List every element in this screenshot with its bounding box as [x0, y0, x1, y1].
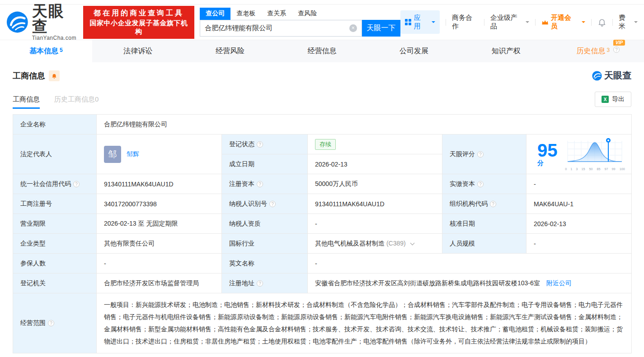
username: 费米	[619, 14, 631, 31]
legal-rep-cell: 邹 邹辉	[97, 134, 222, 174]
reg-authority-label: 登记机关	[13, 274, 97, 293]
industry-dropdown[interactable]: 其他电气机械及器材制造 (C389)	[315, 240, 414, 247]
help-icon[interactable]: ?	[73, 181, 80, 187]
table-row: 工商注册号 340172000773398 纳税人识别号? 91340111MA…	[13, 194, 632, 214]
taxpayer-quality-label: 纳税人资质	[222, 214, 308, 234]
open-vip-button[interactable]: 开通会员	[541, 14, 585, 31]
industry-value-cell: 其他电气机械及器材制造 (C389)	[308, 234, 442, 254]
tianyancha-logo-icon	[6, 11, 28, 33]
company-detail-tabs: 基本信息 5 法律诉讼 经营风险 经营信息 公司发展 知识产权 历史信息 3 ?…	[0, 40, 644, 62]
tab-history-info[interactable]: 历史信息 3 ? VIP	[552, 40, 644, 62]
industry-label: 国标行业	[222, 234, 308, 254]
apps-grid-icon	[405, 19, 411, 25]
score-value: 95分	[537, 141, 558, 167]
reg-no-label: 工商注册号	[13, 194, 97, 214]
search-input[interactable]	[205, 24, 349, 32]
table-row: 统一社会信用代码? 91340111MAK64UAU1D 注册资本? 50000…	[13, 174, 632, 194]
search-tab-relation[interactable]: 查关系	[261, 8, 292, 20]
paid-capital-label-cell: 实缴资本?	[442, 174, 526, 194]
taxpayer-quality-value: -	[308, 214, 442, 234]
help-icon[interactable]: ?	[48, 320, 54, 326]
site-header: 天眼查 TianYanCha.com 都在用的商业查询工具 国家中小企业发展子基…	[0, 5, 644, 40]
clear-search-icon[interactable]: ×	[349, 24, 357, 32]
table-row: 经营范围? 一般项目：新兴能源技术研发；电池制造；电池销售；新材料技术研发；合成…	[13, 293, 632, 353]
help-icon[interactable]: ?	[257, 280, 263, 287]
status-badge: 存续	[315, 139, 336, 150]
help-icon[interactable]: ?	[490, 201, 496, 207]
tab-basic-info[interactable]: 基本信息 5	[0, 40, 92, 62]
top-navigation: 应用 商务合作 企业级产品 开通会员 费米	[400, 10, 638, 34]
help-icon[interactable]: ?	[257, 181, 263, 187]
business-scope-label-cell: 经营范围?	[13, 293, 97, 353]
page-top-divider	[0, 0, 644, 5]
tab-legal-proceedings[interactable]: 法律诉讼	[92, 40, 184, 62]
tab-business-info[interactable]: 经营信息	[276, 40, 368, 62]
tab-intellectual-property[interactable]: 知识产权	[460, 40, 552, 62]
search-tab-risk[interactable]: 查风险	[292, 8, 323, 20]
help-icon[interactable]: ?	[257, 141, 263, 148]
reg-status-label-cell: 登记状态 ?	[222, 134, 308, 154]
search-input-box: ×	[200, 20, 362, 37]
establish-date-label: 成立日期	[222, 154, 308, 174]
help-icon[interactable]: ?	[613, 46, 620, 53]
business-cooperation-link[interactable]: 商务合作	[452, 14, 478, 31]
apps-menu-button[interactable]: 应用	[400, 10, 440, 34]
table-row: 企业名称 合肥亿纬锂能有限公司	[13, 115, 632, 134]
legal-rep-link[interactable]: 邹辉	[127, 150, 139, 158]
legal-rep-avatar[interactable]: 邹	[104, 146, 121, 163]
company-name-value: 合肥亿纬锂能有限公司	[97, 115, 632, 134]
search-tab-company[interactable]: 查公司	[200, 8, 230, 20]
section-title: 工商信息	[13, 70, 45, 81]
section-header: 工商信息 天眼查	[13, 70, 631, 82]
address-value-cell: 安徽省合肥市经济技术开发区高刘街道硕放路新桥集成电路科技园研发楼103-6室 附…	[308, 274, 632, 293]
reg-capital-value: 50000万人民币	[308, 174, 442, 194]
score-axis-ticks: 01 315 5085 9799 100	[565, 167, 625, 171]
subtab-business-registration[interactable]: 工商信息	[13, 95, 40, 109]
subscribe-bell-icon[interactable]	[49, 70, 60, 81]
staff-size-label: 人员规模	[442, 234, 526, 254]
establish-date-value: 2026-02-13	[308, 154, 442, 174]
company-type-label: 企业类型	[13, 234, 97, 254]
tab-company-development[interactable]: 公司发展	[368, 40, 460, 62]
user-account-menu[interactable]: 费米	[619, 14, 638, 31]
chevron-down-icon	[410, 241, 414, 245]
nearby-companies-link[interactable]: 附近公司	[546, 279, 572, 287]
taxpayer-id-label-cell: 纳税人识别号?	[222, 194, 308, 214]
tianyancha-watermark-icon	[592, 71, 602, 81]
promo-line2: 国家中小企业发展子基金旗下机构	[88, 19, 190, 36]
business-term-value: 2026-02-13 至 无固定期限	[97, 214, 222, 234]
watermark-text: 天眼查	[604, 70, 631, 82]
help-icon[interactable]: ?	[477, 181, 484, 187]
org-code-label-cell: 组织机构代码?	[442, 194, 526, 214]
chevron-down-icon	[634, 21, 638, 25]
subtab-history-registration[interactable]: 历史工商信息0	[54, 95, 99, 109]
logo-title: 天眼查	[32, 3, 80, 34]
help-icon[interactable]: ?	[269, 201, 276, 207]
enterprise-products-menu[interactable]: 企业级产品	[490, 14, 529, 31]
search-tabs: 查公司 查老板 查关系 查风险	[200, 8, 400, 20]
tianyancha-logo[interactable]: 天眼查 TianYanCha.com	[6, 3, 80, 41]
tab-operational-risk[interactable]: 经营风险	[184, 40, 276, 62]
help-icon[interactable]: ?	[477, 151, 484, 158]
chevron-down-icon	[526, 21, 529, 25]
company-name-label: 企业名称	[13, 115, 97, 134]
search-bar: × 天眼一下	[200, 20, 400, 37]
notifications-bell-icon[interactable]	[597, 18, 606, 27]
score-label-cell: 天眼评分 ?	[442, 134, 526, 174]
logo-text: 天眼查 TianYanCha.com	[32, 3, 80, 41]
export-button[interactable]: X 导出	[595, 92, 631, 107]
business-scope-value: 一般项目：新兴能源技术研发；电池制造；电池销售；新材料技术研发；合成材料制造（不…	[97, 293, 632, 353]
org-code-value: MAK64UAU-1	[526, 194, 632, 214]
table-row: 企业类型 其他有限责任公司 国标行业 其他电气机械及器材制造 (C389) 人员…	[13, 234, 632, 254]
score-distribution-chart: 01 315 5085 9799 100	[565, 137, 625, 171]
address-value: 安徽省合肥市经济技术开发区高刘街道硕放路新桥集成电路科技园研发楼103-6室	[315, 279, 540, 287]
apps-label: 应用	[414, 14, 426, 31]
chevron-down-icon	[432, 21, 435, 25]
insured-count-value: -	[97, 254, 222, 274]
table-row: 参保人数 - 英文名称 -	[13, 254, 632, 274]
search-button[interactable]: 天眼一下	[362, 20, 400, 37]
paid-capital-value: -	[526, 174, 632, 194]
tab-count: 3	[606, 47, 610, 53]
search-tab-boss[interactable]: 查老板	[230, 8, 261, 20]
chevron-down-icon	[582, 21, 585, 25]
